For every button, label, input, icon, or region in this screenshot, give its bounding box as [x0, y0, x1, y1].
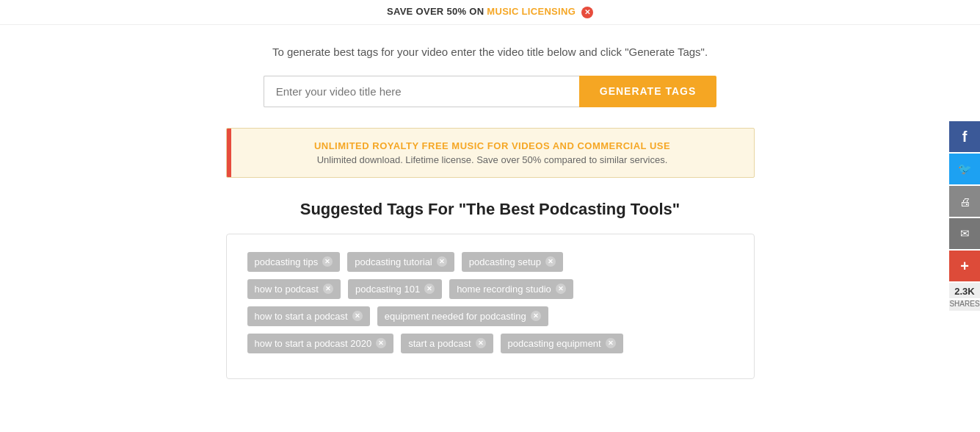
- tag-chip[interactable]: how to podcast✕: [247, 279, 341, 299]
- tag-remove-icon[interactable]: ✕: [323, 284, 333, 294]
- print-icon: 🖨: [959, 195, 970, 208]
- tag-remove-icon[interactable]: ✕: [531, 311, 541, 321]
- tags-row: how to start a podcast✕equipment needed …: [247, 306, 733, 326]
- tag-label: podcasting tutorial: [355, 256, 432, 267]
- ad-banner-title[interactable]: UNLIMITED ROYALTY FREE MUSIC FOR VIDEOS …: [246, 140, 739, 151]
- ad-banner-content: UNLIMITED ROYALTY FREE MUSIC FOR VIDEOS …: [231, 129, 754, 177]
- tag-chip[interactable]: podcasting tips✕: [247, 252, 341, 272]
- tags-row: how to start a podcast 2020✕start a podc…: [247, 334, 733, 353]
- tag-remove-icon[interactable]: ✕: [545, 256, 556, 267]
- plus-icon: +: [960, 258, 969, 275]
- main-content: To generate best tags for your video ent…: [123, 25, 857, 379]
- tag-chip[interactable]: start a podcast✕: [401, 334, 493, 353]
- print-button[interactable]: 🖨: [949, 186, 980, 217]
- video-title-input[interactable]: [264, 76, 579, 107]
- suggested-tags-heading: Suggested Tags For "The Best Podcasting …: [138, 200, 843, 219]
- tag-label: how to podcast: [255, 284, 319, 295]
- tag-label: podcasting setup: [469, 256, 541, 267]
- tags-row: podcasting tips✕podcasting tutorial✕podc…: [247, 252, 733, 272]
- ad-banner: UNLIMITED ROYALTY FREE MUSIC FOR VIDEOS …: [226, 128, 755, 178]
- tag-chip[interactable]: podcasting tutorial✕: [347, 252, 454, 272]
- tag-chip[interactable]: how to start a podcast✕: [247, 306, 370, 326]
- tag-chip[interactable]: home recording studio✕: [449, 279, 573, 299]
- tag-label: podcasting 101: [355, 284, 420, 295]
- subtitle-text: To generate best tags for your video ent…: [138, 46, 843, 58]
- tag-remove-icon[interactable]: ✕: [556, 284, 566, 294]
- tag-chip[interactable]: equipment needed for podcasting✕: [377, 306, 548, 326]
- more-share-button[interactable]: +: [949, 251, 980, 281]
- input-row: GENERATE TAGS: [138, 76, 843, 107]
- tag-chip[interactable]: how to start a podcast 2020✕: [247, 334, 394, 353]
- top-banner: SAVE OVER 50% ON MUSIC LICENSING ✕: [0, 0, 980, 25]
- twitter-icon: 🐦: [958, 162, 972, 176]
- tag-remove-icon[interactable]: ✕: [352, 311, 363, 321]
- tag-label: start a podcast: [408, 338, 471, 349]
- tags-row: how to podcast✕podcasting 101✕home recor…: [247, 279, 733, 299]
- tag-remove-icon[interactable]: ✕: [437, 256, 447, 267]
- tag-chip[interactable]: podcasting setup✕: [462, 252, 563, 272]
- tag-label: how to start a podcast 2020: [255, 338, 372, 349]
- email-share-button[interactable]: ✉: [949, 218, 980, 249]
- tag-remove-icon[interactable]: ✕: [322, 256, 333, 267]
- ad-banner-subtitle: Unlimited download. Lifetime license. Sa…: [246, 154, 739, 165]
- tag-label: podcasting tips: [255, 256, 319, 267]
- tag-label: how to start a podcast: [255, 311, 348, 322]
- shares-count: 2.3K: [949, 283, 980, 298]
- tag-label: equipment needed for podcasting: [385, 311, 526, 322]
- banner-close-icon[interactable]: ✕: [581, 7, 593, 18]
- generate-tags-button[interactable]: GENERATE TAGS: [579, 76, 717, 107]
- tag-remove-icon[interactable]: ✕: [376, 338, 386, 348]
- tag-label: home recording studio: [457, 284, 551, 295]
- social-sidebar: f 🐦 🖨 ✉ + 2.3K SHARES: [949, 121, 980, 311]
- facebook-share-button[interactable]: f: [949, 121, 980, 152]
- email-icon: ✉: [960, 227, 970, 240]
- banner-prefix: SAVE OVER 50% ON: [387, 6, 487, 17]
- twitter-share-button[interactable]: 🐦: [949, 154, 980, 184]
- music-licensing-link[interactable]: MUSIC LICENSING: [487, 6, 576, 17]
- shares-label: SHARES: [949, 300, 980, 311]
- tag-label: podcasting equipment: [508, 338, 601, 349]
- facebook-icon: f: [962, 129, 968, 145]
- tag-chip[interactable]: podcasting 101✕: [348, 279, 442, 299]
- tag-remove-icon[interactable]: ✕: [476, 338, 486, 348]
- tag-remove-icon[interactable]: ✕: [424, 284, 435, 294]
- tag-chip[interactable]: podcasting equipment✕: [501, 334, 623, 353]
- tag-remove-icon[interactable]: ✕: [606, 338, 616, 348]
- tags-container: podcasting tips✕podcasting tutorial✕podc…: [226, 234, 755, 379]
